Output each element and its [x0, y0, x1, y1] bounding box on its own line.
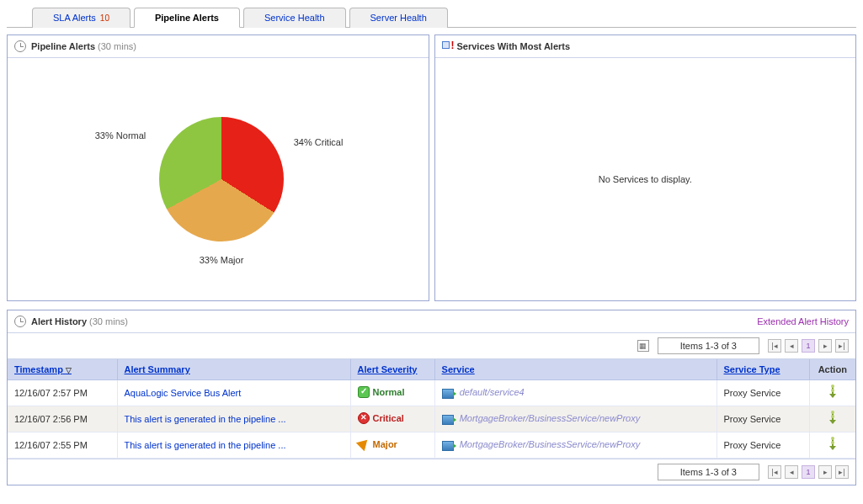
panel-title: Pipeline Alerts	[31, 41, 95, 51]
tab-label: Pipeline Alerts	[155, 13, 219, 23]
cell-timestamp: 12/16/07 2:57 PM	[8, 380, 117, 406]
severity-critical: Critical	[358, 412, 404, 424]
action-view-icon[interactable]	[828, 438, 838, 451]
cell-summary-link[interactable]: AquaLogic Service Bus Alert	[117, 380, 350, 406]
cell-summary-link[interactable]: This alert is generated in the pipeline …	[117, 432, 350, 459]
tab-pipeline-alerts[interactable]: Pipeline Alerts	[134, 8, 240, 28]
pager-next-button[interactable]: ▸	[818, 465, 832, 479]
pie-chart: 34% Critical 33% Major 33% Normal	[58, 70, 378, 289]
major-icon	[355, 436, 370, 451]
alert-icon	[442, 40, 452, 52]
cell-timestamp: 12/16/07 2:56 PM	[8, 406, 117, 432]
panel-title: Alert History	[31, 316, 87, 326]
pager-range: Items 1-3 of 3	[658, 337, 759, 354]
calendar-icon[interactable]: ▦	[637, 340, 649, 352]
pager-first-button[interactable]: |◂	[768, 339, 781, 353]
pie-label-normal: 33% Normal	[95, 130, 146, 141]
severity-normal: Normal	[358, 386, 405, 398]
alert-history-table: Timestamp ▽ Alert Summary Alert Severity…	[8, 359, 855, 459]
sort-desc-icon: ▽	[66, 366, 72, 374]
tab-label: Service Health	[264, 13, 325, 23]
tab-sla-alerts[interactable]: SLA Alerts 10	[32, 8, 131, 28]
cell-timestamp: 12/16/07 2:55 PM	[8, 432, 117, 459]
panel-services-most-alerts: Services With Most Alerts No Services to…	[434, 34, 857, 301]
pie-label-major: 33% Major	[200, 255, 244, 265]
panel-title: Services With Most Alerts	[457, 41, 571, 51]
pager-page-current[interactable]: 1	[802, 465, 815, 479]
cell-summary-link[interactable]: This alert is generated in the pipeline …	[117, 406, 350, 432]
table-row: 12/16/07 2:57 PM AquaLogic Service Bus A…	[8, 380, 855, 406]
service-icon	[442, 389, 454, 399]
cell-service-type: Proxy Service	[717, 432, 809, 459]
col-action: Action	[809, 359, 855, 380]
tab-service-health[interactable]: Service Health	[243, 8, 346, 28]
action-view-icon[interactable]	[828, 385, 838, 399]
cell-service-link[interactable]: MortgageBroker/BusinessService/newProxy	[460, 439, 641, 449]
col-alert-severity[interactable]: Alert Severity	[350, 359, 434, 380]
pager-prev-button[interactable]: ◂	[785, 339, 798, 353]
table-row: 12/16/07 2:56 PM This alert is generated…	[8, 406, 855, 432]
pie-slices	[159, 117, 284, 241]
panel-subtitle: (30 mins)	[98, 41, 136, 51]
service-icon	[442, 441, 454, 451]
table-row: 12/16/07 2:55 PM This alert is generated…	[8, 432, 855, 459]
cell-service-type: Proxy Service	[717, 406, 809, 432]
pager-range: Items 1-3 of 3	[658, 464, 759, 480]
col-service-type[interactable]: Service Type	[717, 359, 809, 380]
tab-count-badge: 10	[100, 13, 109, 23]
clock-icon	[14, 40, 26, 52]
pager-prev-button[interactable]: ◂	[785, 465, 798, 479]
panel-pipeline-alerts: Pipeline Alerts (30 mins) 34% Critical 3…	[7, 34, 429, 301]
pager-last-button[interactable]: ▸|	[835, 339, 849, 353]
panel-alert-history: Alert History (30 mins) Extended Alert H…	[7, 310, 856, 485]
tab-label: SLA Alerts	[53, 13, 96, 23]
col-timestamp[interactable]: Timestamp ▽	[8, 359, 117, 380]
pager-first-button[interactable]: |◂	[768, 465, 781, 479]
service-icon	[442, 415, 454, 425]
pager-page-current[interactable]: 1	[802, 339, 815, 353]
extended-alert-history-link[interactable]: Extended Alert History	[757, 316, 849, 326]
col-alert-summary[interactable]: Alert Summary	[117, 359, 350, 380]
clock-icon	[14, 316, 26, 327]
cell-service-type: Proxy Service	[717, 380, 809, 406]
action-view-icon[interactable]	[828, 411, 838, 425]
pager-next-button[interactable]: ▸	[818, 339, 832, 353]
col-service[interactable]: Service	[434, 359, 717, 380]
tab-label: Server Health	[370, 13, 427, 23]
panel-subtitle: (30 mins)	[89, 316, 128, 326]
pager-last-button[interactable]: ▸|	[835, 465, 849, 479]
critical-icon	[358, 412, 370, 424]
cell-service-link[interactable]: default/service4	[460, 387, 525, 397]
cell-service-link[interactable]: MortgageBroker/BusinessService/newProxy	[460, 413, 641, 423]
severity-major: Major	[358, 439, 397, 449]
tab-bar: SLA Alerts 10 Pipeline Alerts Service He…	[7, 7, 856, 28]
empty-message: No Services to display.	[599, 174, 692, 184]
tab-server-health[interactable]: Server Health	[349, 8, 448, 28]
normal-icon	[358, 386, 370, 398]
pie-label-critical: 34% Critical	[294, 137, 344, 147]
